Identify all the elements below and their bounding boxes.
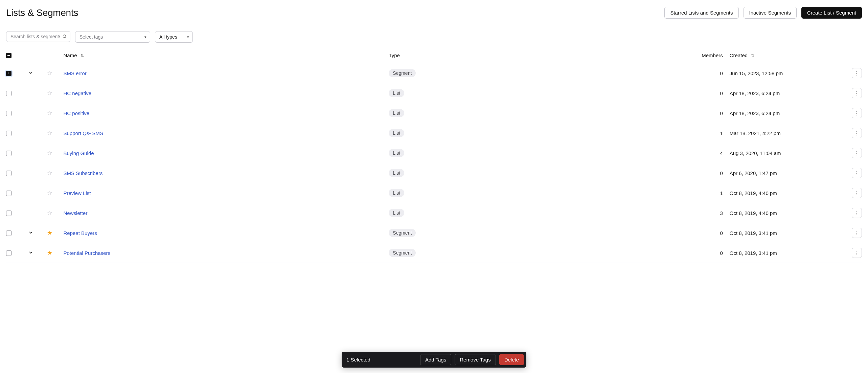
search-wrap — [6, 31, 70, 43]
row-members: 1 — [670, 123, 730, 143]
type-pill: Segment — [389, 249, 416, 257]
table-row: ☆Preview ListList1Oct 8, 2019, 4:40 pm⋮ — [6, 183, 862, 203]
inactive-segments-button[interactable]: Inactive Segments — [744, 7, 797, 19]
row-name-link[interactable]: HC positive — [64, 110, 90, 116]
row-created: Mar 18, 2021, 4:22 pm — [730, 123, 840, 143]
row-actions-menu[interactable]: ⋮ — [852, 188, 862, 198]
row-actions-menu[interactable]: ⋮ — [852, 228, 862, 238]
star-icon[interactable]: ☆ — [47, 70, 52, 76]
row-actions-menu[interactable]: ⋮ — [852, 208, 862, 218]
star-icon[interactable]: ☆ — [47, 90, 52, 96]
star-icon[interactable]: ☆ — [47, 130, 52, 136]
table-row: ☆Support Qs- SMSList1Mar 18, 2021, 4:22 … — [6, 123, 862, 143]
row-actions-menu[interactable]: ⋮ — [852, 88, 862, 98]
column-header-members[interactable]: Members — [670, 47, 730, 63]
star-icon[interactable]: ☆ — [47, 190, 52, 196]
chevron-down-icon: ▾ — [144, 35, 146, 39]
type-pill: List — [389, 129, 404, 137]
starred-lists-button[interactable]: Starred Lists and Segments — [664, 7, 738, 19]
table-row: ★Potential PurchasersSegment0Oct 8, 2019… — [6, 243, 862, 263]
type-pill: Segment — [389, 69, 416, 77]
row-name-link[interactable]: Preview List — [64, 190, 91, 196]
type-pill: List — [389, 149, 404, 157]
row-checkbox[interactable] — [6, 211, 12, 216]
filter-bar: Select tags ▾ All types ▾ — [0, 25, 868, 45]
chevron-down-icon — [28, 70, 33, 75]
star-icon[interactable]: ☆ — [47, 210, 52, 216]
type-pill: List — [389, 169, 404, 177]
row-checkbox[interactable] — [6, 131, 12, 136]
create-list-segment-button[interactable]: Create List / Segment — [801, 7, 862, 19]
row-actions-menu[interactable]: ⋮ — [852, 128, 862, 138]
row-created: Apr 18, 2023, 6:24 pm — [730, 83, 840, 103]
row-checkbox[interactable] — [6, 191, 12, 196]
search-input[interactable] — [6, 31, 70, 42]
star-icon[interactable]: ☆ — [47, 110, 52, 116]
row-checkbox[interactable] — [6, 231, 12, 236]
select-all-checkbox[interactable] — [6, 53, 12, 58]
row-created: Jun 15, 2023, 12:58 pm — [730, 63, 840, 83]
row-actions-menu[interactable]: ⋮ — [852, 108, 862, 118]
row-created: Oct 8, 2019, 3:41 pm — [730, 223, 840, 243]
row-members: 3 — [670, 203, 730, 223]
row-name-link[interactable]: Support Qs- SMS — [64, 130, 104, 136]
row-name-link[interactable]: Buying Guide — [64, 150, 94, 156]
row-members: 4 — [670, 143, 730, 163]
lists-table: Name ⇅ Type Members Created ⇅ ☆SMS error… — [6, 47, 862, 263]
row-checkbox[interactable] — [6, 71, 12, 76]
star-icon[interactable]: ★ — [47, 249, 52, 256]
row-actions-menu[interactable]: ⋮ — [852, 248, 862, 258]
row-actions-menu[interactable]: ⋮ — [852, 68, 862, 78]
types-select[interactable]: All types ▾ — [155, 31, 193, 43]
type-pill: Segment — [389, 229, 416, 237]
expand-toggle[interactable] — [28, 230, 33, 235]
column-header-created[interactable]: Created ⇅ — [730, 47, 840, 63]
row-actions-menu[interactable]: ⋮ — [852, 168, 862, 178]
row-name-link[interactable]: Potential Purchasers — [64, 250, 110, 256]
row-members: 0 — [670, 223, 730, 243]
table-row: ☆SMS errorSegment0Jun 15, 2023, 12:58 pm… — [6, 63, 862, 83]
row-name-link[interactable]: Newsletter — [64, 210, 88, 216]
row-members: 0 — [670, 243, 730, 263]
row-actions-menu[interactable]: ⋮ — [852, 148, 862, 158]
row-checkbox[interactable] — [6, 91, 12, 96]
table-row: ☆HC positiveList0Apr 18, 2023, 6:24 pm⋮ — [6, 103, 862, 123]
row-name-link[interactable]: HC negative — [64, 90, 92, 96]
table-row: ☆SMS SubscribersList0Apr 6, 2020, 1:47 p… — [6, 163, 862, 183]
column-header-name[interactable]: Name ⇅ — [64, 47, 389, 63]
sort-icon: ⇅ — [81, 53, 84, 58]
column-header-type[interactable]: Type — [389, 47, 670, 63]
row-checkbox[interactable] — [6, 250, 12, 256]
chevron-down-icon: ▾ — [187, 35, 189, 39]
row-members: 0 — [670, 83, 730, 103]
page-title: Lists & Segments — [6, 7, 78, 18]
row-checkbox[interactable] — [6, 111, 12, 116]
row-members: 0 — [670, 63, 730, 83]
expand-toggle[interactable] — [28, 70, 33, 75]
table-header-row: Name ⇅ Type Members Created ⇅ — [6, 47, 862, 63]
type-pill: List — [389, 189, 404, 197]
tags-select[interactable]: Select tags ▾ — [75, 31, 150, 43]
type-pill: List — [389, 209, 404, 217]
type-pill: List — [389, 89, 404, 97]
star-icon[interactable]: ☆ — [47, 170, 52, 176]
row-members: 1 — [670, 183, 730, 203]
row-checkbox[interactable] — [6, 151, 12, 156]
row-name-link[interactable]: SMS Subscribers — [64, 170, 103, 176]
row-name-link[interactable]: Repeat Buyers — [64, 230, 97, 236]
star-icon[interactable]: ★ — [47, 229, 52, 236]
row-name-link[interactable]: SMS error — [64, 70, 87, 76]
page-header: Lists & Segments Starred Lists and Segme… — [0, 0, 868, 25]
row-created: Aug 3, 2020, 11:04 am — [730, 143, 840, 163]
row-created: Oct 8, 2019, 3:41 pm — [730, 243, 840, 263]
expand-toggle[interactable] — [28, 250, 33, 255]
sort-icon: ⇅ — [751, 53, 754, 58]
chevron-down-icon — [28, 230, 33, 235]
row-checkbox[interactable] — [6, 171, 12, 176]
table-row: ☆HC negativeList0Apr 18, 2023, 6:24 pm⋮ — [6, 83, 862, 103]
chevron-down-icon — [28, 250, 33, 255]
header-actions: Starred Lists and Segments Inactive Segm… — [664, 7, 862, 19]
row-created: Apr 18, 2023, 6:24 pm — [730, 103, 840, 123]
type-pill: List — [389, 109, 404, 117]
star-icon[interactable]: ☆ — [47, 150, 52, 156]
